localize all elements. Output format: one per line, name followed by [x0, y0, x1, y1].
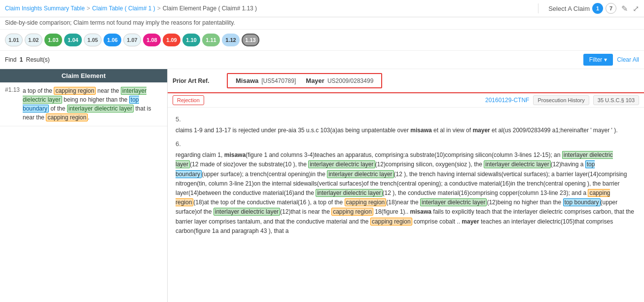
- ref-misawa-name: Misawa: [236, 77, 258, 84]
- sub-header: Side-by-side comparison; Claim terms not…: [0, 17, 644, 30]
- filter-button[interactable]: Filter ▾: [583, 54, 613, 66]
- claim-bubble-1-07[interactable]: 1.07: [123, 34, 141, 46]
- header-icons: ✎ ⤢: [621, 4, 639, 13]
- hl-capping-p4: capping region: [370, 218, 412, 226]
- prior-art-label: Prior Art Ref.: [173, 77, 227, 84]
- claim-bubble-1-13[interactable]: 1.13: [242, 34, 259, 46]
- ref-misawa: Misawa [US5470789]: [236, 77, 296, 84]
- results-label: Result(s): [26, 56, 50, 63]
- ctnf-link[interactable]: 20160129-CTNF: [485, 97, 529, 104]
- claim-bubbles-row: 1.011.021.031.041.051.061.071.081.091.10…: [0, 30, 644, 51]
- hl-interlayer-p7: interlayer dielectric layer: [214, 208, 280, 216]
- left-panel: Claim Element #1.13 a top of the capping…: [0, 69, 168, 302]
- prior-art-refs-box: Misawa [US5470789] Mayer US2009/0283499: [227, 73, 382, 88]
- find-results: Find 1 Result(s): [5, 56, 50, 63]
- select-claim-label: Select A Claim: [548, 5, 590, 12]
- clear-all-button[interactable]: Clear All: [617, 56, 639, 63]
- breadcrumb-link-summary[interactable]: Claim Insights Summary Table: [5, 5, 85, 12]
- find-label: Find: [5, 56, 16, 63]
- bold-misawa-1: misawa: [410, 127, 431, 134]
- claim-item: #1.13 a top of the capping region near t…: [0, 82, 167, 126]
- claim-text: a top of the capping region near the int…: [23, 86, 162, 122]
- hl-top-boundary-p2: top boundary: [563, 198, 601, 206]
- ref-mayer-code: US2009/0283499: [327, 77, 373, 84]
- hl-interlayer-2: interlayer dielectric layer: [67, 105, 134, 113]
- hl-interlayer-p5: interlayer dielectric layer: [316, 189, 382, 197]
- claim-bubble-1-12[interactable]: 1.12: [222, 34, 240, 46]
- claim-badge-2[interactable]: 7: [606, 3, 616, 14]
- rejection-button[interactable]: Rejection: [173, 95, 204, 105]
- hl-interlayer-p4: interlayer dielectric layer: [327, 170, 394, 178]
- usc-103-tab[interactable]: 35 U.S.C.§ 103: [593, 95, 639, 105]
- claim-element-header: Claim Element: [0, 69, 167, 82]
- action-bar: Rejection 20160129-CTNF Prosecution Hist…: [168, 93, 644, 108]
- filter-controls: Filter ▾ Clear All: [583, 54, 639, 66]
- claim-number: #1.13: [5, 86, 23, 122]
- rejection-paragraph: claims 1-9 and 13-17 is rejected under p…: [176, 126, 636, 135]
- bold-misawa-3: misawa: [410, 208, 431, 215]
- right-panel: Prior Art Ref. Misawa [US5470789] Mayer …: [168, 69, 644, 302]
- section-5: 5.: [176, 115, 636, 123]
- claim-bubble-1-04[interactable]: 1.04: [64, 34, 82, 46]
- claim-bubble-1-08[interactable]: 1.08: [143, 34, 161, 46]
- hl-capping-p2: capping region: [345, 198, 387, 206]
- hl-interlayer-p6: interlayer dielectric layer: [420, 198, 487, 206]
- select-claim-section: Select A Claim 1 7: [548, 3, 616, 14]
- claim-bubble-1-05[interactable]: 1.05: [84, 34, 102, 46]
- bold-mayer-2: mayer: [462, 218, 479, 225]
- expand-icon[interactable]: ⤢: [633, 4, 639, 13]
- claim-badge-1[interactable]: 1: [592, 3, 603, 14]
- hl-capping-p1: capping region: [176, 189, 610, 206]
- claim-bubble-1-03[interactable]: 1.03: [44, 34, 62, 46]
- ref-mayer: Mayer US2009/0283499: [306, 77, 373, 84]
- result-count: 1: [20, 56, 23, 63]
- page-header: Claim Insights Summary Table > Claim Tab…: [0, 0, 644, 17]
- ref-misawa-code: [US5470789]: [261, 77, 296, 84]
- bold-misawa-2: misawa: [224, 151, 246, 158]
- claim-bubble-1-10[interactable]: 1.10: [182, 34, 200, 46]
- claim-bubble-1-11[interactable]: 1.11: [202, 34, 220, 46]
- prior-art-header: Prior Art Ref. Misawa [US5470789] Mayer …: [168, 69, 644, 93]
- find-row: Find 1 Result(s) Filter ▾ Clear All: [0, 51, 644, 69]
- hl-interlayer-p3: interlayer dielectric layer: [484, 160, 550, 168]
- main-paragraph: regarding claim 1, misawa(figure 1 and c…: [176, 151, 636, 236]
- breadcrumb-current: Claim Element Page ( Claim# 1.13 ): [163, 5, 257, 12]
- prosecution-history-tab[interactable]: Prosecution History: [533, 95, 589, 105]
- main-layout: Claim Element #1.13 a top of the capping…: [0, 69, 644, 302]
- claim-bubble-1-06[interactable]: 1.06: [104, 34, 121, 46]
- edit-icon[interactable]: ✎: [621, 4, 628, 13]
- claim-bubble-1-01[interactable]: 1.01: [5, 34, 23, 46]
- breadcrumb: Claim Insights Summary Table > Claim Tab…: [5, 5, 533, 12]
- ref-mayer-name: Mayer: [306, 77, 324, 84]
- breadcrumb-sep-2: >: [157, 5, 161, 12]
- claim-bubble-1-02[interactable]: 1.02: [25, 34, 42, 46]
- hl-capping-region-2: capping region: [46, 113, 88, 121]
- breadcrumb-sep-1: >: [87, 5, 90, 12]
- hl-capping-p3: capping region: [331, 208, 373, 216]
- breadcrumb-link-claim-table[interactable]: Claim Table ( Claim# 1 ): [92, 5, 155, 12]
- sub-header-text: Side-by-side comparison; Claim terms not…: [5, 19, 235, 26]
- hl-capping-region-1: capping region: [54, 87, 96, 95]
- hl-interlayer-p2: interlayer dielectric layer: [308, 160, 375, 168]
- content-area: 5. claims 1-9 and 13-17 is rejected unde…: [168, 108, 644, 302]
- bold-mayer-1: mayer: [472, 127, 490, 134]
- claim-bubble-1-09[interactable]: 1.09: [163, 34, 180, 46]
- section-6: 6.: [176, 140, 636, 148]
